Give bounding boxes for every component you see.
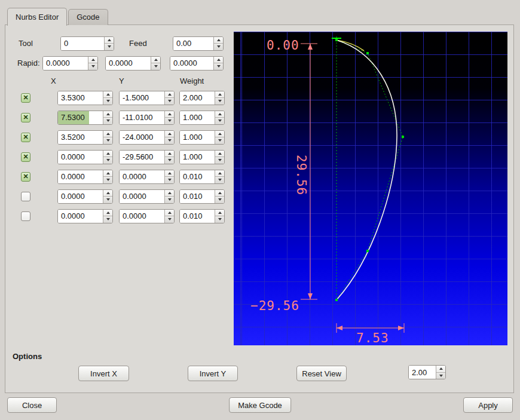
spinner-buttons[interactable] <box>103 91 112 105</box>
spin-up-icon[interactable] <box>103 170 112 177</box>
point-7-weight-spinbox[interactable] <box>179 209 225 223</box>
point-1-x-input[interactable] <box>58 91 103 105</box>
spin-down-icon[interactable] <box>215 216 224 223</box>
spinner-buttons[interactable] <box>103 210 112 223</box>
spin-up-icon[interactable] <box>215 170 224 177</box>
point-3-weight-spinbox[interactable] <box>179 130 225 145</box>
point-5-checkbox[interactable]: ✕ <box>21 172 30 182</box>
point-5-weight-input[interactable] <box>180 170 215 183</box>
spin-down-icon[interactable] <box>103 177 112 183</box>
spinner-buttons[interactable] <box>436 366 445 379</box>
spin-down-icon[interactable] <box>165 216 174 223</box>
rapid-3-spinbox[interactable] <box>170 56 224 70</box>
spinner-buttons[interactable] <box>88 57 97 70</box>
spin-down-icon[interactable] <box>215 177 224 183</box>
spin-down-icon[interactable] <box>151 63 160 70</box>
spinner-buttons[interactable] <box>103 131 112 144</box>
spin-up-icon[interactable] <box>215 111 224 118</box>
spin-down-icon[interactable] <box>103 157 112 164</box>
spin-up-icon[interactable] <box>165 170 174 177</box>
point-2-y-spinbox[interactable] <box>119 111 175 125</box>
spinner-buttons[interactable] <box>215 190 224 203</box>
spin-down-icon[interactable] <box>165 157 174 164</box>
tool-input[interactable] <box>61 37 104 50</box>
point-3-y-spinbox[interactable] <box>119 130 175 145</box>
point-3-weight-input[interactable] <box>180 131 215 144</box>
spinner-buttons[interactable] <box>103 151 112 164</box>
spin-up-icon[interactable] <box>165 210 174 217</box>
apply-button[interactable]: Apply <box>463 397 513 413</box>
spin-up-icon[interactable] <box>103 91 112 99</box>
point-5-x-spinbox[interactable] <box>57 170 113 184</box>
point-7-x-spinbox[interactable] <box>57 209 113 223</box>
spinner-buttons[interactable] <box>215 131 224 144</box>
point-7-y-spinbox[interactable] <box>119 209 175 223</box>
spinner-buttons[interactable] <box>215 210 224 223</box>
spin-up-icon[interactable] <box>215 91 224 99</box>
spin-down-icon[interactable] <box>103 137 112 144</box>
point-4-checkbox[interactable]: ✕ <box>21 152 30 162</box>
point-6-weight-spinbox[interactable] <box>179 189 225 204</box>
scale-spinbox[interactable] <box>408 365 446 379</box>
spinner-buttons[interactable] <box>164 111 174 124</box>
rapid-2-input[interactable] <box>106 57 151 70</box>
spin-up-icon[interactable] <box>165 91 174 99</box>
spinner-buttons[interactable] <box>103 111 112 124</box>
spinner-buttons[interactable] <box>215 111 224 124</box>
invert-x-button[interactable]: Invert X <box>78 366 129 381</box>
point-7-x-input[interactable] <box>58 210 103 223</box>
point-4-x-spinbox[interactable] <box>57 150 113 164</box>
rapid-3-input[interactable] <box>170 57 213 70</box>
point-5-y-input[interactable] <box>120 170 164 183</box>
spinner-buttons[interactable] <box>215 151 224 164</box>
spin-down-icon[interactable] <box>165 197 174 203</box>
spin-up-icon[interactable] <box>215 131 224 138</box>
spin-down-icon[interactable] <box>165 137 174 144</box>
spinner-buttons[interactable] <box>151 57 160 70</box>
spinner-buttons[interactable] <box>164 131 174 144</box>
spin-down-icon[interactable] <box>165 118 174 124</box>
point-4-weight-input[interactable] <box>180 151 215 164</box>
spin-up-icon[interactable] <box>88 57 97 64</box>
rapid-2-spinbox[interactable] <box>105 56 161 70</box>
spin-up-icon[interactable] <box>165 131 174 138</box>
point-2-weight-input[interactable] <box>180 111 215 124</box>
point-2-checkbox[interactable]: ✕ <box>21 113 30 122</box>
point-1-weight-input[interactable] <box>180 91 215 105</box>
reset-view-button[interactable]: Reset View <box>296 366 347 381</box>
spin-up-icon[interactable] <box>165 190 174 197</box>
make-gcode-button[interactable]: Make Gcode <box>229 397 291 413</box>
spin-down-icon[interactable] <box>88 63 97 70</box>
spinner-buttons[interactable] <box>164 170 174 183</box>
spin-up-icon[interactable] <box>103 131 112 138</box>
feed-input[interactable] <box>173 37 213 50</box>
spin-down-icon[interactable] <box>103 118 112 124</box>
spinner-buttons[interactable] <box>103 170 112 183</box>
spin-up-icon[interactable] <box>436 366 445 373</box>
point-6-weight-input[interactable] <box>180 190 215 203</box>
spin-down-icon[interactable] <box>215 197 224 203</box>
spinner-buttons[interactable] <box>213 57 223 70</box>
point-3-y-input[interactable] <box>120 131 164 144</box>
spin-up-icon[interactable] <box>215 190 224 197</box>
spin-down-icon[interactable] <box>105 44 114 50</box>
spin-up-icon[interactable] <box>215 210 224 217</box>
point-2-weight-spinbox[interactable] <box>179 111 225 125</box>
spin-up-icon[interactable] <box>165 111 174 118</box>
invert-y-button[interactable]: Invert Y <box>188 366 238 381</box>
tool-spinbox[interactable] <box>60 36 114 51</box>
point-2-x-input[interactable] <box>58 111 103 124</box>
spin-up-icon[interactable] <box>214 57 223 64</box>
point-6-x-spinbox[interactable] <box>57 189 113 204</box>
point-1-y-spinbox[interactable] <box>119 91 175 105</box>
point-7-weight-input[interactable] <box>180 210 215 223</box>
spinner-buttons[interactable] <box>164 210 174 223</box>
point-1-x-spinbox[interactable] <box>57 91 113 105</box>
spin-up-icon[interactable] <box>214 37 223 44</box>
spin-up-icon[interactable] <box>103 151 112 158</box>
spin-down-icon[interactable] <box>165 177 174 183</box>
tab-gcode[interactable]: Gcode <box>68 9 108 25</box>
spin-up-icon[interactable] <box>105 37 114 44</box>
point-6-y-input[interactable] <box>120 190 164 203</box>
spin-down-icon[interactable] <box>165 98 174 105</box>
